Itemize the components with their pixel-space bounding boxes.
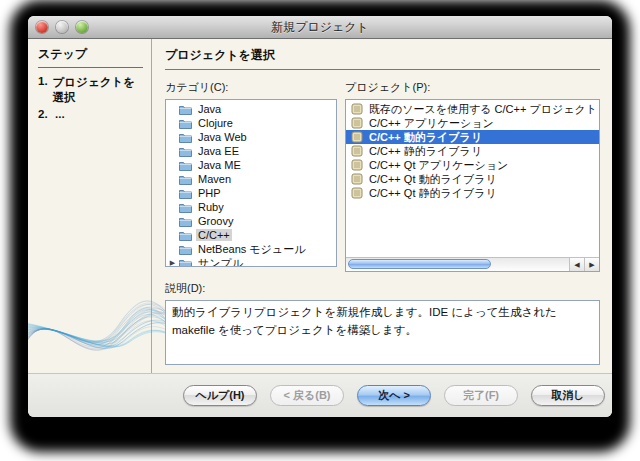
expand-arrow-icon[interactable]: ▶	[166, 259, 179, 267]
steps-list: 1.プロジェクトを選択2....	[38, 75, 143, 120]
category-item[interactable]: Maven	[166, 172, 336, 186]
project-label: C/C++ Qt 動的ライブラリ	[367, 172, 499, 187]
project-label: C/C++ Qt 静的ライブラリ	[367, 186, 499, 201]
categories-list[interactable]: JavaClojureJava WebJava EEJava MEMavenPH…	[165, 99, 337, 267]
category-item[interactable]: Java Web	[166, 130, 336, 144]
traffic-lights	[36, 16, 88, 38]
category-label: NetBeans モジュール	[196, 242, 307, 257]
project-item[interactable]: C/C++ Qt 動的ライブラリ	[346, 172, 599, 186]
description-label: 説明(D):	[165, 281, 600, 296]
category-label: Java Web	[196, 131, 249, 143]
titlebar[interactable]: 新規プロジェクト	[28, 16, 612, 39]
folder-icon	[179, 118, 192, 129]
project-icon	[351, 131, 363, 143]
category-item[interactable]: Clojure	[166, 116, 336, 130]
close-button[interactable]	[36, 21, 48, 33]
step-number: 1.	[38, 75, 53, 105]
back-button: < 戻る(B)	[270, 385, 344, 406]
button-bar: ヘルプ(H)< 戻る(B)次へ >完了(F)取消し	[28, 373, 612, 417]
folder-icon	[179, 258, 192, 268]
projects-column: プロジェクト(P): 既存のソースを使用する C/C++ プロジェクトC/C++…	[345, 80, 600, 272]
step-number: 2.	[38, 108, 55, 120]
project-item[interactable]: C/C++ 動的ライブラリ	[346, 130, 599, 144]
folder-icon	[179, 202, 192, 213]
project-label: C/C++ 動的ライブラリ	[367, 130, 484, 145]
project-icon	[351, 103, 363, 115]
categories-column: カテゴリ(C): JavaClojureJava WebJava EEJava …	[165, 80, 337, 272]
folder-icon	[179, 188, 192, 199]
folder-icon	[179, 174, 192, 185]
folder-icon	[179, 160, 192, 171]
finish-button: 完了(F)	[444, 385, 518, 406]
window-title: 新規プロジェクト	[28, 19, 612, 36]
folder-icon	[179, 244, 192, 255]
next-button[interactable]: 次へ >	[357, 385, 431, 406]
category-label: C/C++	[196, 229, 232, 241]
folder-icon	[179, 230, 192, 241]
project-icon	[351, 159, 363, 171]
category-label: Groovy	[196, 215, 235, 227]
cancel-button[interactable]: 取消し	[531, 385, 605, 406]
category-label: Maven	[196, 173, 233, 185]
category-label: Java EE	[196, 145, 241, 157]
page-title: プロジェクトを選択	[165, 47, 600, 70]
category-label: Ruby	[196, 201, 226, 213]
folder-icon	[179, 146, 192, 157]
minimize-button	[56, 21, 68, 33]
lists-row: カテゴリ(C): JavaClojureJava WebJava EEJava …	[165, 80, 600, 272]
scroll-left-arrow[interactable]: ◀	[569, 258, 584, 271]
category-item[interactable]: NetBeans モジュール	[166, 242, 336, 256]
step-item: 1.プロジェクトを選択	[38, 75, 143, 105]
project-icon	[351, 173, 363, 185]
project-label: C/C++ アプリケーション	[367, 116, 496, 131]
scrollbar-track[interactable]	[346, 258, 569, 271]
category-item[interactable]: C/C++	[166, 228, 336, 242]
category-label: PHP	[196, 187, 223, 199]
project-icon	[351, 117, 363, 129]
main-panel: プロジェクトを選択 カテゴリ(C): JavaClojureJava WebJa…	[152, 39, 612, 373]
dialog-body: ステップ 1.プロジェクトを選択2.... プロジェクトを選択 カテゴリ(C):…	[28, 39, 612, 373]
project-label: C/C++ 静的ライブラリ	[367, 144, 484, 159]
category-item[interactable]: PHP	[166, 186, 336, 200]
project-item[interactable]: C/C++ アプリケーション	[346, 116, 599, 130]
folder-icon	[179, 104, 192, 115]
new-project-dialog: 新規プロジェクト ステップ 1.プロジェクトを選択2.... プロジェクトを選択…	[28, 16, 612, 417]
step-item: 2....	[38, 108, 143, 120]
project-label: C/C++ Qt アプリケーション	[367, 158, 510, 173]
project-icon	[351, 187, 363, 199]
scroll-right-arrow[interactable]: ▶	[584, 258, 599, 271]
category-item[interactable]: Java ME	[166, 158, 336, 172]
folder-icon	[179, 216, 192, 227]
screenshot-stage: 新規プロジェクト ステップ 1.プロジェクトを選択2.... プロジェクトを選択…	[0, 0, 640, 461]
projects-list[interactable]: 既存のソースを使用する C/C++ プロジェクトC/C++ アプリケーションC/…	[345, 99, 600, 272]
steps-header: ステップ	[38, 46, 143, 68]
category-label: サンプル	[196, 256, 245, 268]
project-item[interactable]: 既存のソースを使用する C/C++ プロジェクト	[346, 102, 599, 116]
description-text: 動的ライブラリプロジェクトを新規作成します。IDE によって生成された make…	[165, 300, 600, 365]
zoom-button[interactable]	[76, 21, 88, 33]
project-item[interactable]: C/C++ Qt 静的ライブラリ	[346, 186, 599, 200]
help-button[interactable]: ヘルプ(H)	[183, 385, 257, 406]
category-item[interactable]: Java EE	[166, 144, 336, 158]
scrollbar-thumb[interactable]	[348, 259, 491, 269]
project-label: 既存のソースを使用する C/C++ プロジェクト	[367, 102, 599, 117]
step-label: ...	[55, 108, 65, 120]
category-item[interactable]: Ruby	[166, 200, 336, 214]
project-icon	[351, 145, 363, 157]
category-item[interactable]: Java	[166, 102, 336, 116]
projects-rows: 既存のソースを使用する C/C++ プロジェクトC/C++ アプリケーションC/…	[346, 102, 599, 200]
folder-icon	[179, 132, 192, 143]
project-item[interactable]: C/C++ 静的ライブラリ	[346, 144, 599, 158]
projects-label: プロジェクト(P):	[345, 80, 600, 95]
categories-label: カテゴリ(C):	[165, 80, 337, 95]
category-item[interactable]: Groovy	[166, 214, 336, 228]
project-item[interactable]: C/C++ Qt アプリケーション	[346, 158, 599, 172]
horizontal-scrollbar[interactable]: ◀ ▶	[346, 257, 599, 271]
category-item[interactable]: ▶サンプル	[166, 256, 336, 267]
category-label: Java ME	[196, 159, 243, 171]
step-label: プロジェクトを選択	[53, 75, 143, 105]
steps-sidebar: ステップ 1.プロジェクトを選択2....	[28, 39, 152, 373]
category-label: Java	[196, 103, 223, 115]
category-label: Clojure	[196, 117, 235, 129]
